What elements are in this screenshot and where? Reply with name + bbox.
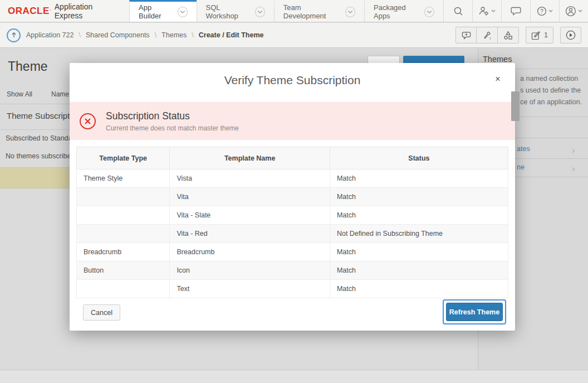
tab-team-development[interactable]: Team Development	[274, 0, 364, 22]
tab-label: App Builder	[139, 3, 173, 20]
search-button[interactable]	[443, 0, 472, 22]
sidebar-link-templates[interactable]: ates	[517, 145, 530, 153]
oracle-logo-mark: ’	[50, 8, 51, 14]
breadcrumb-shared-components[interactable]: Shared Components	[86, 31, 150, 39]
cell-template-name: Vita - Slate	[170, 206, 330, 225]
cell-template-type	[77, 188, 170, 206]
subscription-status-alert: Subscription Status Current theme does n…	[70, 102, 515, 140]
dialog-scrollbar-thumb[interactable]	[511, 91, 520, 121]
sidebar-link-theme[interactable]: ne	[517, 163, 525, 171]
help-line: ce of an application.	[520, 96, 582, 108]
page-title: Theme	[8, 59, 48, 74]
primary-button-partial[interactable]	[403, 56, 464, 64]
cell-template-name: Text	[170, 280, 330, 298]
breadcrumb-themes[interactable]: Themes	[161, 31, 187, 39]
run-application-button[interactable]	[560, 27, 581, 43]
cell-status: Match	[330, 243, 508, 261]
breadcrumb-separator: \	[192, 31, 193, 39]
breadcrumb: Application 722 \ Shared Components \ Th…	[26, 31, 263, 39]
column-header-template-name: Template Name	[170, 147, 330, 169]
edit-page-number: 1	[544, 31, 548, 39]
breadcrumb-separator: \	[155, 31, 156, 39]
cell-template-name: Vita	[170, 188, 330, 206]
cancel-button-partial[interactable]	[367, 56, 400, 64]
utilities-button[interactable]	[477, 27, 498, 43]
column-header-status: Status	[330, 147, 508, 169]
feedback-button[interactable]	[501, 0, 530, 22]
table-row: Breadcrumb Breadcrumb Match	[77, 243, 508, 261]
speech-bubble-icon	[511, 6, 521, 16]
chevron-down-icon	[578, 9, 582, 12]
cell-template-type	[77, 206, 170, 225]
edit-pencil-icon	[531, 31, 541, 40]
table-row: Vita - Slate Match	[77, 206, 508, 225]
tab-show-all[interactable]: Show All	[7, 90, 32, 98]
chevron-down-icon[interactable]	[424, 7, 434, 17]
table-row: Theme Style Vista Match	[77, 169, 508, 188]
table-row: Vita Match	[77, 188, 508, 206]
play-icon	[566, 30, 576, 40]
cell-status: Match	[330, 206, 508, 225]
cell-template-name: Breadcrumb	[170, 243, 330, 261]
tab-app-builder[interactable]: App Builder	[129, 0, 197, 22]
table-row: Text Match	[77, 280, 508, 298]
sidebar-help-text: a named collection s used to define the …	[520, 73, 582, 108]
product-name: Application Express	[55, 2, 115, 20]
shapes-icon	[503, 31, 513, 40]
tab-label: Packaged Apps	[374, 3, 420, 20]
no-themes-text: No themes subscribe	[6, 152, 71, 160]
help-line: a named collection	[520, 73, 582, 85]
cancel-button[interactable]: Cancel	[83, 304, 120, 321]
up-arrow-icon[interactable]	[7, 28, 21, 42]
comment-button[interactable]	[455, 27, 477, 43]
help-icon: ?	[537, 6, 547, 16]
tab-sql-workshop[interactable]: SQL Workshop	[197, 0, 274, 22]
breadcrumb-current: Create / Edit Theme	[199, 31, 264, 39]
refresh-theme-button[interactable]: Refresh Theme	[446, 303, 503, 321]
verification-table: Template Type Template Name Status Theme…	[76, 147, 508, 298]
help-button[interactable]: ?	[530, 0, 559, 22]
nav-icon-group: ?	[443, 0, 588, 22]
refresh-theme-focus-ring: Refresh Theme	[443, 299, 506, 324]
chevron-down-icon[interactable]	[255, 7, 265, 17]
chevron-right-icon[interactable]: ›	[572, 166, 575, 172]
verify-theme-subscription-dialog: Verify Theme Subscription × Subscription…	[70, 63, 515, 331]
cell-template-type: Theme Style	[77, 169, 170, 188]
svg-text:?: ?	[540, 8, 543, 14]
page-toolbar: 1	[455, 27, 581, 43]
account-button[interactable]	[559, 0, 588, 22]
top-navigation-bar: ORACLE’ Application Express App Builder …	[0, 0, 588, 22]
page-footer	[0, 370, 588, 383]
cell-template-type	[77, 225, 170, 243]
cell-template-name: Icon	[170, 261, 330, 280]
close-icon[interactable]: ×	[492, 73, 504, 85]
alert-title: Subscription Status	[106, 110, 239, 122]
chevron-down-icon[interactable]	[178, 7, 188, 17]
flashlight-icon	[482, 31, 492, 40]
cell-template-name: Vista	[170, 169, 330, 188]
brand: ORACLE’ Application Express	[0, 0, 129, 22]
chevron-down-icon	[491, 9, 496, 12]
cell-template-type: Button	[77, 261, 170, 280]
table-row: Button Icon Match	[77, 261, 508, 280]
column-header-template-type: Template Type	[77, 147, 170, 169]
error-icon	[80, 113, 96, 129]
sidebar-title: Themes	[483, 55, 512, 64]
tab-label: SQL Workshop	[206, 3, 251, 20]
tab-packaged-apps[interactable]: Packaged Apps	[364, 0, 443, 22]
cell-status: Match	[330, 188, 508, 206]
chevron-down-icon	[548, 9, 553, 12]
chevron-down-icon[interactable]	[345, 7, 355, 17]
chevron-right-icon[interactable]: ›	[572, 147, 575, 154]
cell-status: Match	[330, 280, 508, 298]
user-gear-icon	[479, 6, 489, 16]
subscribed-text: Subscribed to Standa	[6, 134, 72, 142]
shared-components-button[interactable]	[498, 27, 519, 43]
edit-page-button[interactable]: 1	[526, 27, 553, 43]
tab-name[interactable]: Name	[51, 90, 69, 98]
user-icon	[565, 6, 576, 17]
cell-template-name: Vita - Red	[170, 225, 330, 243]
cell-template-type: Breadcrumb	[77, 243, 170, 261]
administration-button[interactable]	[472, 0, 501, 22]
breadcrumb-application[interactable]: Application 722	[26, 31, 74, 39]
